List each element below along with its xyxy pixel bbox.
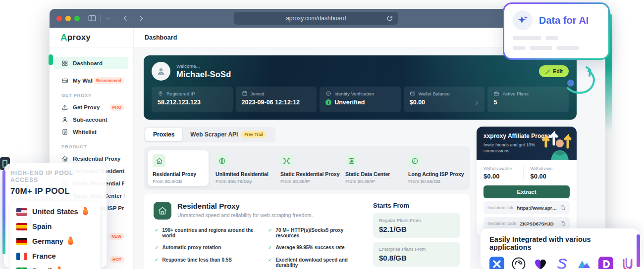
feature-item: ✓Average 99.95% success rate bbox=[268, 245, 367, 251]
stat-joined: Joined 2023-09-06 12:12:12 bbox=[236, 87, 317, 112]
check-circle-icon bbox=[325, 90, 331, 96]
skeleton-bar bbox=[545, 36, 558, 40]
document-icon bbox=[61, 129, 68, 135]
regular-plan-box: Regular Plans From $2.1/GB bbox=[373, 213, 460, 238]
detail-subtitle: Unmatched speed and reliability for web … bbox=[177, 212, 313, 218]
country-row-germany: Germany bbox=[16, 234, 94, 249]
briefcase-icon bbox=[493, 90, 499, 96]
divider bbox=[101, 14, 101, 22]
detail-title: Residential Proxy bbox=[177, 202, 313, 210]
product-card-static-residential[interactable]: Static Residential Proxy From $0.28/IP bbox=[275, 150, 338, 186]
globe-icon bbox=[218, 157, 226, 165]
url-text: aproxy.com/dashboard bbox=[286, 15, 346, 22]
house-icon bbox=[156, 157, 163, 165]
ip-pool-title: 70M+ IP POOL bbox=[10, 186, 100, 196]
extract-button[interactable]: Extract bbox=[483, 185, 570, 198]
country-row-united-states: United States bbox=[16, 204, 94, 219]
url-bar[interactable]: aproxy.com/dashboard bbox=[234, 12, 398, 25]
logo-text: proxy bbox=[67, 33, 91, 43]
active-item-notch bbox=[49, 54, 53, 65]
flame-icon bbox=[68, 238, 73, 245]
stat-wallet-balance[interactable]: Wallet Balance $0.00 bbox=[404, 87, 485, 112]
free-trail-badge: Free Trail bbox=[241, 131, 266, 138]
product-card-long-acting-isp[interactable]: Long Acting ISP Proxy From $0.66/GB bbox=[403, 150, 466, 186]
proxy-tabs: Proxies Web Scraper API Free Trail bbox=[144, 127, 275, 142]
section-label-product: PRODUCT bbox=[61, 144, 128, 149]
product-card-static-data-center[interactable]: Static Data Center From $0.39/IP bbox=[340, 150, 401, 186]
stat-active-plans: Active Plans 5 bbox=[487, 87, 569, 112]
page-title: Dashboard bbox=[145, 34, 177, 41]
flame-icon bbox=[83, 209, 88, 215]
u-logo-icon bbox=[620, 257, 635, 269]
affiliate-header: xxproxy Affiliate Program Invite friends… bbox=[477, 127, 577, 160]
country-row-brazil: Brazil bbox=[16, 264, 94, 269]
stat-identity-verification: Identity Verification !Unverified bbox=[320, 87, 401, 112]
sidebar-toggle-icon[interactable] bbox=[88, 14, 97, 23]
minimize-window-button[interactable] bbox=[65, 16, 71, 21]
product-card-residential[interactable]: Residential Proxy From $0.8/GB bbox=[148, 150, 209, 186]
welcome-text: Welcome... bbox=[176, 63, 231, 69]
pro-badge: PRO bbox=[109, 104, 124, 111]
username: Michael-SoSd bbox=[176, 70, 231, 79]
feature-item: ✓70 M+ HTTP(s)/Socks5 proxy resources bbox=[268, 227, 367, 238]
tab-web-scraper-api[interactable]: Web Scraper API Free Trail bbox=[182, 128, 274, 141]
sparkle-icon bbox=[513, 10, 533, 30]
product-card-unlimited[interactable]: Unlimited Residential From $68.79/Day bbox=[211, 150, 273, 186]
edit-button[interactable]: Edit bbox=[539, 65, 569, 77]
starts-from-title: Starts From bbox=[373, 202, 460, 209]
copy-icon[interactable] bbox=[560, 221, 566, 226]
sidebar-item-dashboard[interactable]: Dashboard bbox=[54, 57, 128, 69]
affiliate-subtitle: Invite friends and get 10% commissions. bbox=[483, 142, 543, 154]
unverified-status-icon: ! bbox=[325, 99, 331, 105]
country-list: United States Spain Germany France Brazi… bbox=[10, 201, 100, 269]
recommend-badge: Recommend bbox=[93, 77, 124, 84]
feature-item: ✓190+ countries and regions around the w… bbox=[155, 227, 261, 238]
wallet-icon bbox=[61, 77, 68, 84]
withdrawable-block: Withdrawable $0.00 bbox=[483, 166, 523, 180]
close-window-button[interactable] bbox=[56, 16, 62, 21]
fingerprint-logo-icon bbox=[511, 257, 526, 269]
skeleton-bar bbox=[513, 36, 541, 40]
mountain-logo-icon bbox=[577, 257, 591, 269]
pin-icon bbox=[158, 90, 163, 96]
reload-icon[interactable] bbox=[386, 15, 393, 22]
sidebar-item-get-proxy[interactable]: Get Proxy PRO bbox=[54, 101, 128, 113]
s-logo-icon bbox=[555, 257, 570, 269]
x-browser-logo-icon bbox=[489, 257, 504, 269]
chevron-right-icon[interactable] bbox=[474, 100, 480, 106]
skeleton-bar bbox=[556, 46, 579, 50]
ip-pool-eyebrow: HIGH-END IP POOL ACCESS bbox=[10, 170, 100, 183]
dashboard-icon bbox=[61, 60, 68, 67]
germany-flag-icon bbox=[16, 238, 27, 245]
copy-icon[interactable] bbox=[560, 205, 566, 211]
affiliate-illustration bbox=[542, 130, 574, 160]
pencil-icon bbox=[545, 69, 550, 74]
section-label-get-proxy: GET PROXY bbox=[61, 92, 128, 98]
country-row-spain: Spain bbox=[16, 219, 94, 234]
chevron-down-icon[interactable] bbox=[105, 15, 111, 22]
residential-proxy-detail: Residential Proxy Unmatched speed and re… bbox=[144, 194, 470, 269]
tab-proxies[interactable]: Proxies bbox=[145, 128, 182, 141]
hot-badge: HOT bbox=[109, 256, 124, 263]
traffic-lights[interactable] bbox=[56, 16, 80, 21]
brazil-flag-icon bbox=[16, 268, 27, 269]
feature-item: ✓Response time less than 0.5S bbox=[155, 257, 261, 268]
sidebar-item-sub-account[interactable]: Sub-account bbox=[54, 113, 128, 126]
feature-item: ✓Automatic proxy rotation bbox=[155, 245, 261, 251]
avatar[interactable] bbox=[152, 62, 170, 81]
calendar-icon bbox=[242, 90, 248, 96]
enterprise-plan-box: Enterprise Plans From $0.8/GB bbox=[373, 242, 460, 267]
integrations-card: Easily Integrated with various applicati… bbox=[481, 228, 639, 269]
residential-proxy-icon bbox=[154, 202, 171, 220]
invitation-link-value: https://www.aproxy.code... bbox=[517, 205, 557, 211]
logo[interactable]: Aproxy bbox=[50, 28, 133, 47]
back-button[interactable] bbox=[121, 14, 129, 22]
house-icon bbox=[61, 155, 68, 162]
invitation-link-row[interactable]: Invitation link: https://www.aproxy.code… bbox=[483, 201, 570, 214]
forward-button[interactable] bbox=[137, 14, 145, 22]
zoom-window-button[interactable] bbox=[74, 16, 80, 21]
stat-registered-ip: Registered IP 58.212.123.123 bbox=[152, 87, 233, 112]
sidebar-item-my-wallet[interactable]: My Wallet Recommend bbox=[54, 74, 128, 87]
feature-item: ✓Excellent download speed and durability bbox=[268, 257, 367, 268]
sidebar-item-whitelist[interactable]: Whitelist bbox=[54, 126, 128, 138]
